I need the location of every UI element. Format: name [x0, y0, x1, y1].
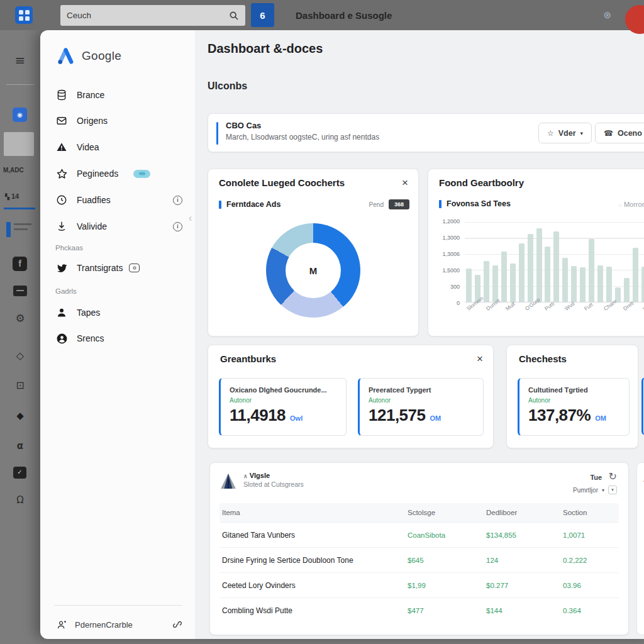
donut-center-label: M — [286, 243, 341, 298]
table-row[interactable]: Gitaned Tara VunbersCoanSibota $134,8551… — [219, 522, 619, 547]
briefcase-icon[interactable] — [13, 286, 27, 296]
value-badge[interactable]: 368 — [389, 199, 409, 209]
cbo-title: CBO Cas — [226, 121, 261, 130]
sidebar-collapse-handle[interactable]: ‹ — [189, 213, 192, 224]
database-icon — [55, 89, 68, 101]
rail-mark-icon: ▚ — [5, 194, 9, 200]
table-brand-title: ∧ Vlgsle — [243, 472, 304, 479]
sidebar-footer-label: PdernenCrarble — [75, 620, 165, 630]
call-button[interactable]: ☎ Oceno — [595, 123, 644, 143]
table-card: ∧ Vlgsle Sloted at Cutsgrears Tue ↻ Pumr… — [209, 462, 629, 635]
column-header[interactable]: Soction — [563, 509, 616, 516]
menu-hamburger-icon[interactable]: ≡ — [9, 53, 31, 68]
clock-icon — [55, 194, 68, 206]
stat-name: Cultutined Tgrtied — [528, 386, 620, 394]
section-subtitle: Ulconbs — [208, 80, 247, 92]
stat-name: Preeratced Typgert — [369, 386, 474, 394]
sidebar-item-tapes[interactable]: Tapes — [55, 303, 185, 322]
rail-blue-rule — [4, 208, 35, 209]
stat-unit: OM — [430, 414, 441, 422]
stat-tile[interactable]: Cultutined Tgrtied Autonor 137,87% OM — [518, 378, 630, 436]
sidebar-item-srencs[interactable]: Srencs — [55, 329, 185, 348]
sidebar-item-pegineeds[interactable]: Pegineeds — [55, 164, 185, 183]
time-label: Tue — [590, 474, 602, 481]
table-header-row: Itema Sctolsge Dedliboer Soction — [219, 503, 619, 522]
view-button[interactable]: ☆ Vder ▾ — [538, 123, 592, 143]
sidebar-footer[interactable]: PdernenCrarble — [57, 615, 182, 634]
sidebar-item-trantsigrats[interactable]: Trantsigrats — [55, 258, 185, 277]
search-input[interactable] — [67, 11, 229, 20]
stat-name: Oxicano Dlghed Goucrunde... — [230, 386, 337, 394]
stat-value: 137,87% — [528, 406, 591, 425]
close-icon[interactable]: × — [477, 353, 483, 365]
stat-tile[interactable]: Oxicano Dlghed Goucrunde... Autonor 11,4… — [219, 378, 347, 436]
sidebar-item-valivide[interactable]: Valivide i — [55, 217, 185, 236]
bar — [519, 243, 525, 302]
diamond-icon[interactable]: ◆ — [9, 410, 31, 421]
info-icon[interactable]: i — [173, 222, 182, 231]
refresh-icon[interactable]: ↻ — [609, 470, 617, 482]
column-header[interactable]: Sctolsge — [408, 509, 486, 516]
stats-card-greantburks: Greantburks × Oxicano Dlghed Goucrunde..… — [208, 345, 494, 448]
topbar-search[interactable] — [60, 5, 245, 26]
sidebar-item-label: Tapes — [77, 308, 100, 318]
bar-chart-card: Foond Geartboolry Fovonsa Sd Tees ◌ Morr… — [428, 169, 644, 336]
link-icon[interactable] — [172, 619, 182, 630]
alpha-icon[interactable]: α — [9, 440, 31, 452]
legend-label: Fovonsa Sd Tees — [447, 199, 511, 208]
google-ads-logo-icon — [55, 47, 74, 65]
diamond-outline-icon[interactable]: ◇ — [9, 350, 31, 362]
rail-count-label: ▚ 14 — [5, 192, 36, 200]
bar — [580, 267, 586, 302]
chevron-down-icon: ▾ — [580, 130, 584, 136]
rail-app-icon[interactable]: ◉ — [13, 108, 27, 122]
table-row[interactable]: Drsine Fyring le Sertice Doubloon Tone$6… — [219, 547, 619, 572]
search-icon[interactable] — [229, 11, 239, 21]
main-content: Dashboart &-doces Ulconbs CBO Cas March,… — [195, 30, 644, 639]
accent-bar — [216, 122, 218, 145]
column-header[interactable]: Itema — [222, 509, 408, 516]
bar — [501, 252, 507, 302]
legend-row: Fovonsa Sd Tees — [439, 199, 644, 208]
sidebar-item-label: Brance — [77, 90, 104, 100]
sidebar-item-videa[interactable]: Videa — [55, 138, 185, 157]
avatar[interactable] — [625, 5, 644, 34]
table-row[interactable]: Combling Wsdi Putte$477 $1440.364 — [219, 597, 619, 623]
gear-icon[interactable]: ⚙ — [9, 312, 31, 325]
new-badge — [133, 170, 150, 178]
page-title: Dashboart &-doces — [208, 42, 323, 56]
bar — [510, 264, 516, 302]
bar — [624, 278, 630, 302]
column-header[interactable]: Dedliboer — [486, 509, 563, 516]
sidebar-item-fuadfies[interactable]: Fuadfies i — [55, 191, 185, 209]
bell-icon[interactable]: Ω — [9, 494, 31, 506]
apps-grid-icon[interactable] — [15, 6, 33, 24]
x-axis-label: Drett — [622, 304, 630, 312]
star-icon: ☆ — [547, 129, 554, 138]
sidebar-item-brance[interactable]: Brance — [55, 86, 185, 104]
filter-dropdown[interactable]: Pumrtljor ▾ ▾ — [573, 486, 617, 494]
topbar-title: Dashboard e Susogle — [296, 0, 392, 30]
close-icon[interactable]: × — [402, 177, 408, 189]
stats-card-chechests: Chechests Cultutined Tgrtied Autonor 137… — [506, 345, 638, 448]
settings-icon[interactable]: ⊛ — [603, 9, 611, 21]
rail-micro-text — [14, 228, 28, 230]
dot-circle-icon: ◌ — [619, 202, 622, 208]
bar — [606, 267, 612, 302]
filter-icon[interactable]: ▾ — [608, 486, 617, 494]
camera-box-icon[interactable]: ⊡ — [9, 379, 31, 391]
stat-tile[interactable]: Preeratced Typgert Autonor 121,575 OM — [358, 378, 484, 436]
x-axis-label: Putti — [543, 304, 551, 312]
page: 6 Dashboard e Susogle ⊛ ≡ ◉ M,ADC ▚ 14 f… — [0, 0, 644, 644]
table-brand-subtitle: Sloted at Cutsgrears — [243, 480, 304, 488]
notification-count-badge[interactable]: 6 — [251, 3, 274, 27]
facebook-icon[interactable]: f — [13, 257, 27, 271]
camera-icon[interactable] — [129, 264, 140, 272]
bar — [528, 234, 533, 302]
table-row[interactable]: Ceeted Lory Ovinders$1,99 $0.27703.96 — [219, 572, 619, 597]
info-icon[interactable]: i — [173, 196, 182, 205]
shield-check-icon[interactable]: ✓ — [13, 467, 26, 479]
bar — [545, 247, 550, 302]
sidebar-item-origens[interactable]: Origens — [55, 111, 185, 130]
twitter-bird-icon — [55, 262, 68, 274]
